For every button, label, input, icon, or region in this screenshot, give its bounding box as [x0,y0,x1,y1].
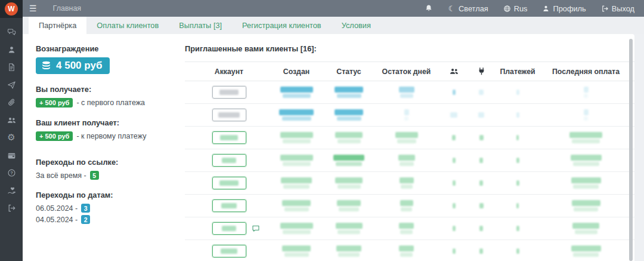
logout-button[interactable]: Выход [601,4,634,13]
table-body [185,81,634,261]
sidebar-item-send[interactable] [0,76,23,94]
redacted-text [336,223,363,234]
reward-amount: 4 500 руб [56,60,102,72]
theme-label: Светлая [459,4,488,13]
table-row[interactable] [185,104,634,127]
account-box[interactable] [212,109,246,121]
redacted-text [516,203,519,208]
cell-days [378,127,435,149]
comment-bubble-button[interactable] [252,225,260,233]
cell-created [273,81,320,103]
column-label: Аккаунт [215,67,243,76]
redacted-text [478,112,484,118]
tab-partnerka[interactable]: Партнёрка [29,17,86,34]
cell-created [273,172,320,194]
redacted-text [398,155,415,166]
sidebar: W ⚙? [0,0,23,261]
sidebar-item-chat[interactable] [0,23,23,41]
account-box[interactable] [212,131,246,144]
sidebar-item-profile[interactable] [0,41,23,59]
content-card: Вознаграждение 4 500 руб Вы получаете: +… [23,34,634,261]
sidebar-item-donate[interactable] [0,182,23,200]
tab-oplaty-klientov[interactable]: Оплаты клиентов [86,17,169,34]
column-label: Остаток дней [382,67,431,76]
cell-status [320,172,378,194]
sidebar-item-help[interactable]: ? [0,164,23,182]
logout-label: Выход [612,4,634,13]
sidebar-item-logout[interactable] [0,199,23,217]
table-row[interactable] [185,149,634,172]
column-label: Платежей [500,67,535,76]
cell-last [546,149,626,171]
sidebar-item-attachments[interactable] [0,94,23,112]
client-gets-badge: + 500 руб [36,131,73,141]
account-box[interactable] [212,245,246,257]
link-clicks-label: За всё время - [36,171,86,180]
cell-users [435,217,473,239]
cell-status [320,195,378,217]
sidebar-item-wallet[interactable] [0,147,23,165]
redacted-text [479,248,483,254]
you-get-badge: + 500 руб [36,98,73,108]
table-scrollbar[interactable] [629,39,633,261]
redacted-text [453,180,456,186]
table-row[interactable] [185,172,634,195]
redacted-text [222,226,236,231]
redacted-text [584,109,589,121]
cell-payments [490,172,546,194]
sidebar-item-settings[interactable]: ⚙ [0,129,23,147]
tab-vyplaty[interactable]: Выплаты [3] [169,17,232,34]
cell-users [435,240,473,261]
cell-created [273,217,320,239]
language-button[interactable]: Rus [503,4,528,13]
tab-bar: ПартнёркаОплаты клиентовВыплаты [3]Регис… [23,17,644,34]
client-gets-heading: Ваш клиент получает: [36,118,185,127]
column-label: Последняя оплата [552,67,620,76]
cell-status [320,127,378,149]
sidebar-item-documents[interactable] [0,59,23,76]
redacted-text [450,112,457,118]
coins-icon [41,60,52,72]
menu-toggle[interactable]: ☰ [29,4,37,13]
cell-plug [473,149,490,171]
table-row[interactable] [185,81,634,104]
cell-payments [490,195,546,217]
notifications-button[interactable] [425,4,433,13]
account-box[interactable] [212,154,246,167]
main-area: ☰ Главная ☾СветлаяRusПрофильВыход Партнё… [23,0,644,261]
table-row[interactable] [185,127,634,149]
redacted-text [571,245,601,257]
redacted-text [219,180,239,186]
cell-account [185,217,273,239]
tab-registratsiya-klientov[interactable]: Регистрация клиентов [232,17,332,34]
table-row[interactable] [185,217,634,240]
moon-icon: ☾ [448,5,456,13]
app-logo[interactable]: W [0,0,23,18]
cell-plug [473,217,490,239]
profile-button[interactable]: Профиль [542,4,586,13]
account-box[interactable] [212,177,246,189]
redacted-text [333,155,364,166]
account-box[interactable] [212,199,246,212]
tab-usloviya[interactable]: Условия [332,17,381,34]
column-header-created: Создан [273,67,320,76]
redacted-text [400,177,414,189]
account-box[interactable] [212,222,246,235]
cell-users [435,149,473,171]
you-get-text: - с первого платежа [76,99,145,107]
table-row[interactable] [185,195,634,217]
sidebar-item-clients[interactable] [0,112,23,130]
cell-last [546,127,626,149]
redacted-text [452,135,456,140]
redacted-text [516,180,519,186]
column-header-referrals [435,67,473,76]
account-box[interactable] [212,86,246,99]
cell-last [546,195,626,217]
table-title: Приглашенные вами клиенты [16]: [185,44,634,53]
table-row[interactable] [185,240,634,261]
cell-last [546,217,626,239]
cell-payments [490,217,546,239]
theme-button[interactable]: ☾Светлая [448,4,488,13]
logo-letter: W [5,2,18,16]
redacted-text [516,248,519,254]
